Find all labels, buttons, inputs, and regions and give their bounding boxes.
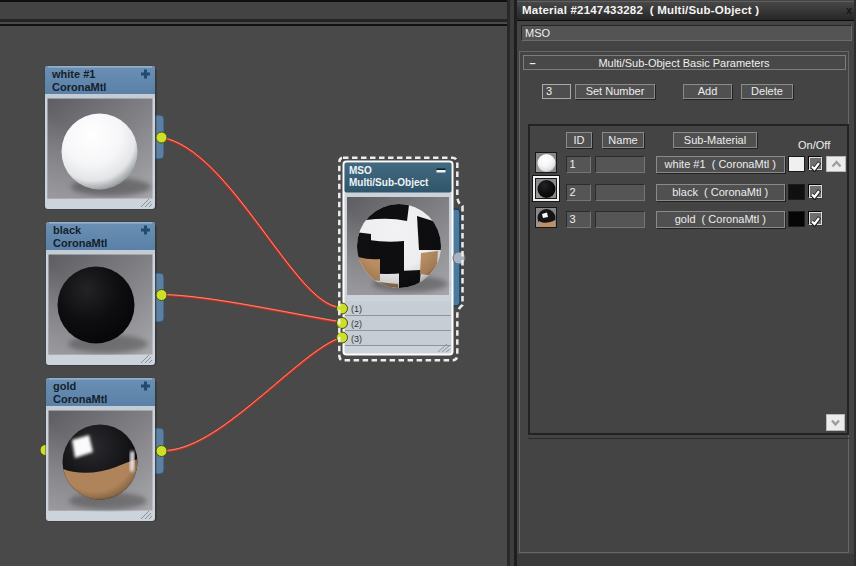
svg-text:CoronaMtl: CoronaMtl bbox=[53, 393, 107, 405]
svg-text:Multi/Sub-Object: Multi/Sub-Object bbox=[349, 177, 429, 188]
svg-text:(2): (2) bbox=[351, 319, 362, 329]
svg-text:gold: gold bbox=[53, 380, 76, 392]
svg-text:white #1: white #1 bbox=[51, 68, 95, 80]
svg-text:CoronaMtl: CoronaMtl bbox=[53, 237, 107, 249]
svg-text:black: black bbox=[53, 224, 82, 236]
svg-text:(1): (1) bbox=[351, 304, 362, 314]
svg-text:CoronaMtl: CoronaMtl bbox=[52, 81, 106, 93]
svg-text:MSO: MSO bbox=[349, 165, 372, 176]
svg-text:(3): (3) bbox=[351, 334, 362, 344]
